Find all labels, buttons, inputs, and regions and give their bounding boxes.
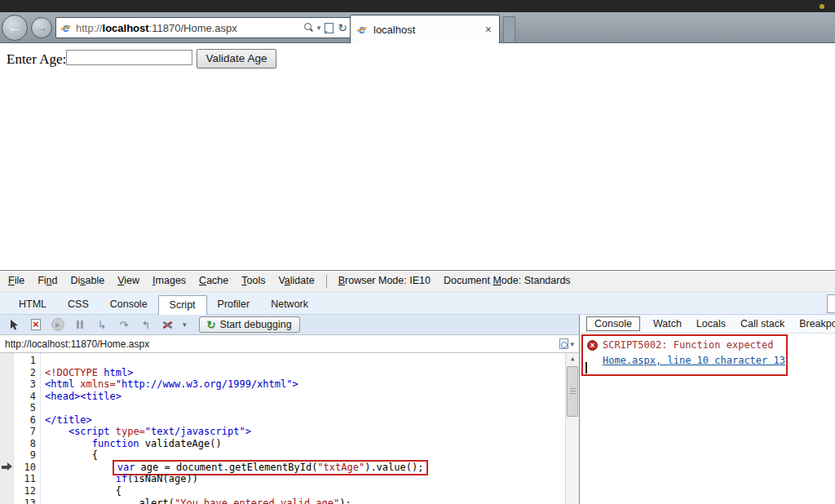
console-pane-tab-breakpoints[interactable]: Breakpoints [797, 317, 835, 330]
line-code: <!DOCTYPE html> [45, 367, 133, 379]
notification-dot-icon [820, 4, 824, 9]
line-number: 12 [14, 485, 36, 497]
developer-tools: FileFindDisableViewImagesCacheToolsValid… [0, 270, 835, 504]
ie-icon: e [60, 21, 73, 34]
step-into-icon[interactable]: ↳ [95, 317, 109, 332]
console-pane-tab-locals[interactable]: Locals [695, 317, 727, 330]
line-code: function validateAge() [45, 438, 222, 450]
debug-tools-caret-icon[interactable]: ▾ [183, 321, 187, 329]
line-number: 5 [14, 402, 36, 414]
back-button[interactable]: ← [2, 15, 28, 41]
line-code: <html xmlns="http://www.w3.org/1999/xhtm… [45, 378, 298, 391]
line-number: 4 [14, 391, 36, 403]
code-line-4: 4<head><title> [0, 391, 565, 403]
select-element-icon[interactable] [7, 317, 21, 332]
break-on-error-icon[interactable] [29, 317, 43, 332]
validate-age-button[interactable]: Validate Age [197, 49, 276, 69]
console-pane-tab-console[interactable]: Console [586, 316, 640, 331]
menu-browser-mode[interactable]: Browser Mode: IE10 [332, 271, 437, 291]
code-line-2: 2<!DOCTYPE html> [0, 367, 565, 379]
start-debugging-icon: ↻ [207, 319, 216, 331]
code-scrollbar[interactable]: ▲ [565, 353, 579, 504]
tab-network[interactable]: Network [260, 294, 319, 314]
menu-file[interactable]: File [2, 271, 31, 291]
console-pane: ConsoleWatchLocalsCall stackBreakpoints … [579, 315, 835, 504]
age-input[interactable] [66, 50, 192, 65]
tab-close-icon[interactable]: × [483, 23, 494, 36]
step-out-icon[interactable]: ↰ [139, 317, 153, 332]
console-pane-tab-watch[interactable]: Watch [652, 317, 683, 330]
line-number: 10 [14, 462, 36, 474]
tab-css[interactable]: CSS [57, 294, 99, 314]
tab-title: localhost [373, 24, 483, 36]
line-code: var age = document.getElementById("txtAg… [45, 462, 428, 474]
line-code: { [45, 449, 98, 462]
web-page-content: Enter Age: Validate Age [0, 43, 835, 270]
menu-document-mode[interactable]: Document Mode: Standards [437, 271, 577, 291]
forward-button[interactable]: → [31, 17, 52, 38]
code-line-12: 12 { [0, 485, 565, 497]
file-picker-icon[interactable]: ▾ [559, 338, 574, 349]
line-code: { [45, 485, 121, 497]
tab-html[interactable]: HTML [8, 294, 57, 314]
line-number: 1 [14, 355, 36, 367]
step-over-icon[interactable]: ↷ [117, 317, 131, 332]
line-number: 9 [14, 449, 36, 462]
menu-tools[interactable]: Tools [235, 271, 272, 291]
line-code: <script type="text/javascript"> [45, 426, 251, 438]
error-annotation-box: × SCRIPT5002: Function expected Home.asp… [581, 334, 788, 376]
console-output: × SCRIPT5002: Function expected Home.asp… [580, 334, 835, 504]
console-pane-tab-call-stack[interactable]: Call stack [739, 317, 786, 330]
menu-view[interactable]: View [111, 271, 146, 291]
line-number: 6 [14, 414, 36, 427]
browser-navbar: ← → e http://localhost:11870/Home.aspx ▾… [0, 12, 835, 43]
debug-tools-icon[interactable] [161, 317, 175, 332]
console-text-caret [585, 362, 587, 374]
line-number: 13 [14, 497, 36, 504]
refresh-icon[interactable]: ↻ [338, 22, 347, 33]
code-line-3: 3<html xmlns="http://www.w3.org/1999/xht… [0, 378, 565, 391]
start-debugging-button[interactable]: ↻ Start debugging [199, 316, 300, 333]
address-bar[interactable]: e http://localhost:11870/Home.aspx ▾ ↻ [55, 17, 351, 38]
address-bar-icons: ▾ ↻ [303, 22, 347, 33]
devtools-menubar: FileFindDisableViewImagesCacheToolsValid… [0, 271, 835, 292]
code-line-1: 1 [0, 355, 565, 367]
autocomplete-caret-icon[interactable]: ▾ [317, 24, 321, 32]
tab-profiler[interactable]: Profiler [207, 294, 261, 314]
line-code: <head><title> [45, 391, 121, 403]
line-number: 8 [14, 438, 36, 450]
error-location-link[interactable]: Home.aspx, line 10 character 13 [603, 355, 785, 366]
code-line-13: 13 alert("You have entered valid age"); [0, 497, 565, 504]
line-number: 11 [14, 473, 36, 485]
new-tab-button[interactable] [503, 16, 515, 42]
error-icon: × [587, 340, 598, 351]
devtools-main: ▶ ↳ ↷ ↰ ▾ ↻ Start debugging http://local… [0, 315, 835, 504]
menu-find[interactable]: Find [31, 271, 64, 291]
scrollbar-thumb[interactable] [567, 366, 578, 417]
compatibility-view-icon[interactable] [325, 23, 334, 33]
scrollbar-up-icon[interactable]: ▲ [566, 353, 579, 365]
menu-images[interactable]: Images [146, 271, 192, 291]
continue-icon[interactable]: ▶ [51, 317, 65, 332]
search-icon[interactable] [303, 23, 313, 33]
code-line-10: 10 var age = document.getElementById("tx… [0, 462, 565, 474]
url-scheme: http:// [76, 22, 103, 34]
tab-script[interactable]: Script [158, 295, 207, 316]
pause-icon[interactable] [73, 317, 87, 332]
tabrow-overflow-button[interactable] [827, 294, 835, 313]
menu-cache[interactable]: Cache [192, 271, 235, 291]
script-pane: ▶ ↳ ↷ ↰ ▾ ↻ Start debugging http://local… [0, 315, 579, 504]
start-debugging-label: Start debugging [219, 319, 291, 330]
line-number: 3 [14, 378, 36, 391]
menu-disable[interactable]: Disable [64, 271, 111, 291]
code-line-5: 5 [0, 402, 565, 414]
tab-console[interactable]: Console [99, 294, 158, 314]
line-code: alert("You have entered valid age"); [45, 497, 351, 504]
line-code: if(isNaN(age)) [45, 473, 198, 485]
address-url[interactable]: http://localhost:11870/Home.aspx [76, 22, 303, 34]
browser-tab-localhost[interactable]: e localhost × [350, 15, 500, 43]
url-path: :11870/Home.aspx [149, 22, 237, 34]
menu-validate[interactable]: Validate [272, 271, 320, 291]
code-line-8: 8 function validateAge() [0, 438, 565, 450]
line-code: </title> [45, 414, 92, 427]
